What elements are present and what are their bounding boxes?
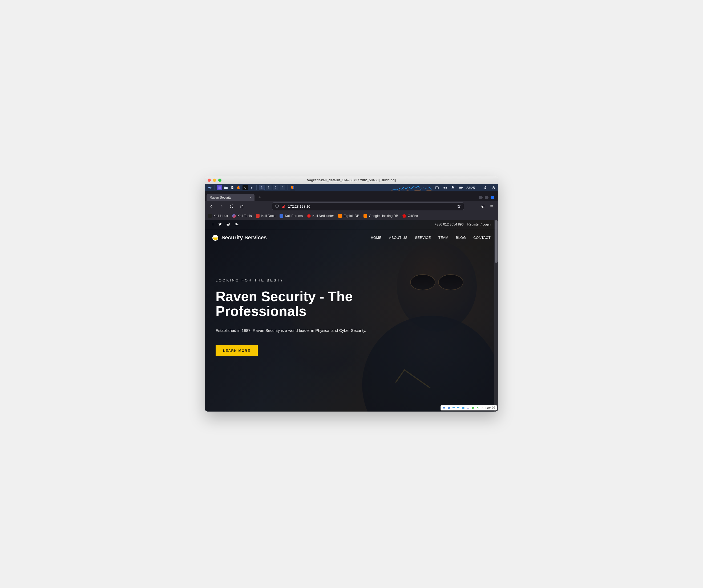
- bookmark-google-hacking-db[interactable]: Google Hacking DB: [364, 214, 398, 218]
- svg-rect-14: [467, 407, 469, 409]
- svg-point-11: [449, 408, 449, 408]
- bookmark-exploit-db[interactable]: Exploit-DB: [338, 214, 359, 218]
- bookmarks-toolbar: Kali Linux Kali Tools Kali Docs Kali For…: [205, 212, 498, 220]
- browser-tab[interactable]: Raven Security ×: [207, 194, 254, 201]
- svg-rect-9: [443, 407, 445, 409]
- bookmark-kali-linux[interactable]: Kali Linux: [208, 214, 228, 218]
- workspace-3[interactable]: 3: [272, 185, 279, 190]
- bookmark-offsec[interactable]: OffSec: [402, 214, 418, 218]
- web-page: f Bē +880 012 3654 896 Register / Login …: [205, 220, 498, 412]
- hero-section: LOOKING FOR THE BEST? Raven Security - T…: [205, 246, 386, 356]
- window-maximize-icon[interactable]: [485, 196, 488, 199]
- hero-subtext: Established in 1987, Raven Security is a…: [216, 328, 376, 333]
- tab-title: Raven Security: [210, 196, 231, 199]
- vb-network-icon[interactable]: [452, 406, 455, 410]
- battery-icon[interactable]: [458, 185, 463, 190]
- power-icon[interactable]: [491, 185, 496, 190]
- reload-button[interactable]: [228, 203, 235, 210]
- svg-rect-12: [453, 407, 455, 408]
- url-bar[interactable]: 172.28.128.10: [272, 202, 464, 210]
- vb-recording-icon[interactable]: [471, 406, 475, 410]
- lock-icon[interactable]: [483, 185, 488, 190]
- insecure-lock-icon[interactable]: [282, 205, 286, 208]
- tab-strip: Raven Security × +: [205, 192, 498, 201]
- bookmark-kali-nethunter[interactable]: Kali NetHunter: [307, 214, 334, 218]
- cpu-graph: [391, 185, 432, 191]
- dribbble-icon[interactable]: [227, 223, 230, 226]
- tab-close-icon[interactable]: ×: [250, 196, 252, 199]
- svg-rect-6: [462, 188, 463, 188]
- site-top-strip: f Bē +880 012 3654 896 Register / Login: [205, 220, 498, 229]
- vb-host-key-mod: ⌘: [492, 406, 495, 410]
- screen-recorder-icon[interactable]: [434, 185, 440, 190]
- svg-rect-5: [459, 187, 462, 188]
- file-manager-icon[interactable]: [223, 185, 229, 190]
- terminal-dropdown-icon[interactable]: ▾: [249, 185, 254, 190]
- main-menu: HOME ABOUT US SERVICE TEAM BLOG CONTACT: [371, 236, 491, 240]
- new-tab-button[interactable]: +: [256, 194, 263, 201]
- vb-optical-icon[interactable]: [447, 406, 451, 410]
- page-scrollbar[interactable]: [494, 220, 498, 412]
- firefox-chrome: Raven Security × +: [205, 192, 498, 220]
- nav-toolbar: 172.28.128.10: [205, 201, 498, 212]
- nav-home[interactable]: HOME: [371, 236, 382, 240]
- svg-rect-3: [436, 187, 439, 189]
- nav-service[interactable]: SERVICE: [415, 236, 431, 240]
- back-button[interactable]: [208, 203, 215, 210]
- svg-rect-16: [481, 409, 483, 409]
- brand-name: Security Services: [222, 234, 267, 241]
- register-login-link[interactable]: Register / Login: [467, 223, 491, 226]
- url-text: 172.28.128.10: [288, 205, 310, 208]
- behance-icon[interactable]: Bē: [235, 223, 239, 226]
- nav-about[interactable]: ABOUT US: [389, 236, 407, 240]
- show-desktop-icon[interactable]: [217, 185, 222, 190]
- volume-icon[interactable]: [442, 185, 448, 190]
- panel-clock[interactable]: 23:25: [466, 186, 475, 190]
- notifications-icon[interactable]: [450, 185, 455, 190]
- phone-number[interactable]: +880 012 3654 896: [435, 223, 463, 226]
- workspace-1[interactable]: 1: [259, 185, 264, 190]
- svg-rect-13: [457, 407, 459, 408]
- firefox-panel-icon[interactable]: [236, 185, 241, 190]
- vb-hdd-icon[interactable]: [442, 406, 446, 410]
- workspace-2[interactable]: 2: [266, 185, 271, 190]
- facebook-icon[interactable]: f: [212, 223, 214, 226]
- terminal-icon[interactable]: [242, 185, 248, 190]
- vb-mouse-integration-icon[interactable]: [476, 406, 479, 410]
- bookmark-star-icon[interactable]: [457, 204, 461, 208]
- virtualbox-status-bar: Left ⌘: [441, 405, 497, 411]
- hero-eyebrow: LOOKING FOR THE BEST?: [216, 278, 376, 282]
- nav-blog[interactable]: BLOG: [456, 236, 466, 240]
- home-button[interactable]: [238, 203, 245, 210]
- bookmark-kali-tools[interactable]: Kali Tools: [232, 214, 251, 218]
- nav-team[interactable]: TEAM: [439, 236, 449, 240]
- hero-headline: Raven Security - The Professionals: [216, 289, 376, 318]
- learn-more-button[interactable]: LEARN MORE: [216, 345, 258, 356]
- bookmark-kali-docs[interactable]: Kali Docs: [256, 214, 275, 218]
- bookmark-kali-forums[interactable]: Kali Forums: [280, 214, 303, 218]
- mac-titlebar: vagrant-kali_default_1649657277982_50460…: [205, 176, 498, 184]
- pocket-icon[interactable]: [479, 203, 486, 210]
- vb-usb-icon[interactable]: [457, 406, 460, 410]
- window-minimize-icon[interactable]: [479, 196, 483, 199]
- window-close-icon[interactable]: [491, 196, 494, 199]
- app-menu-icon[interactable]: [488, 203, 495, 210]
- vb-keyboard-capture-icon[interactable]: [481, 406, 484, 410]
- site-navbar: Security Services HOME ABOUT US SERVICE …: [205, 229, 498, 246]
- svg-rect-0: [219, 187, 221, 189]
- vb-shared-folders-icon[interactable]: [462, 406, 465, 410]
- text-editor-icon[interactable]: [230, 185, 235, 190]
- svg-point-15: [472, 407, 474, 409]
- twitter-icon[interactable]: [218, 223, 222, 226]
- brand-logo-icon: [212, 235, 218, 241]
- vb-display-icon[interactable]: [466, 406, 470, 410]
- shield-icon[interactable]: [275, 204, 279, 208]
- site-brand[interactable]: Security Services: [212, 234, 267, 241]
- workspace-4[interactable]: 4: [280, 185, 286, 190]
- nav-contact[interactable]: CONTACT: [473, 236, 491, 240]
- forward-button[interactable]: [218, 203, 225, 210]
- vb-host-key-label: Left: [485, 406, 491, 410]
- kali-menu-icon[interactable]: [207, 185, 212, 190]
- firefox-task-icon[interactable]: [290, 185, 295, 190]
- window-title: vagrant-kali_default_1649657277982_50460…: [205, 178, 498, 182]
